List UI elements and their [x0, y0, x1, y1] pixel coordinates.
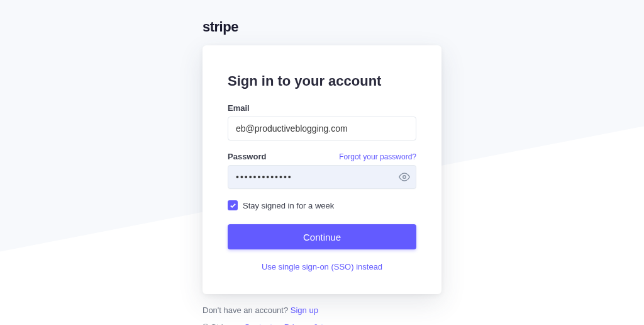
- svg-point-0: [403, 176, 406, 179]
- password-field[interactable]: [228, 165, 416, 189]
- continue-button[interactable]: Continue: [228, 224, 416, 249]
- copyright: © Stripe: [203, 322, 232, 325]
- separator-dot: ·: [277, 322, 279, 325]
- contact-link[interactable]: Contact: [244, 322, 272, 325]
- email-label: Email: [228, 103, 250, 113]
- sso-link[interactable]: Use single sign-on (SSO) instead: [228, 262, 416, 271]
- stay-signed-label: Stay signed in for a week: [243, 201, 334, 210]
- page-title: Sign in to your account: [228, 73, 416, 89]
- show-password-icon[interactable]: [399, 171, 410, 183]
- forgot-password-link[interactable]: Forgot your password?: [339, 152, 416, 161]
- stay-signed-checkbox[interactable]: [228, 200, 238, 210]
- stripe-logo: stripe: [203, 19, 441, 35]
- signin-card: Sign in to your account Email Password F…: [203, 45, 441, 294]
- privacy-link[interactable]: Privacy & terms: [284, 322, 341, 325]
- no-account-text: Don't have an account?: [203, 305, 291, 315]
- password-label: Password: [228, 152, 266, 161]
- email-field[interactable]: [228, 117, 416, 140]
- signup-link[interactable]: Sign up: [291, 305, 318, 315]
- separator-dot: ·: [237, 322, 240, 325]
